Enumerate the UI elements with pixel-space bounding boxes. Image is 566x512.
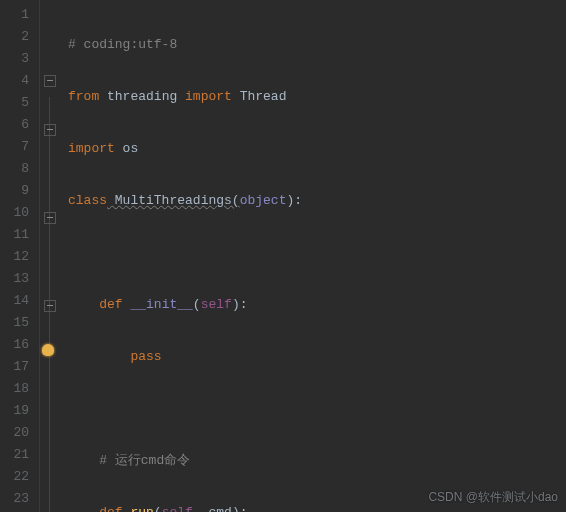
- lightbulb-icon[interactable]: [42, 344, 54, 356]
- fold-gutter: [40, 0, 60, 512]
- line-number: 15: [0, 312, 29, 334]
- line-number: 2: [0, 26, 29, 48]
- line-number: 19: [0, 400, 29, 422]
- line-number: 1: [0, 4, 29, 26]
- line-number: 11: [0, 224, 29, 246]
- line-number: 17: [0, 356, 29, 378]
- line-number: 13: [0, 268, 29, 290]
- line-number: 14: [0, 290, 29, 312]
- code-line[interactable]: import os: [68, 138, 566, 160]
- line-number: 8: [0, 158, 29, 180]
- line-number: 6: [0, 114, 29, 136]
- code-line[interactable]: [68, 242, 566, 264]
- line-number: 9: [0, 180, 29, 202]
- code-area[interactable]: # coding:utf-8 from threading import Thr…: [60, 0, 566, 512]
- fold-toggle-icon[interactable]: [44, 300, 56, 312]
- code-line[interactable]: pass: [68, 346, 566, 368]
- code-line[interactable]: class MultiThreadings(object):: [68, 190, 566, 212]
- code-editor[interactable]: 1 2 3 4 5 6 7 8 9 10 11 12 13 14 15 16 1…: [0, 0, 566, 512]
- fold-toggle-icon[interactable]: [44, 212, 56, 224]
- fold-toggle-icon[interactable]: [44, 75, 56, 87]
- code-line[interactable]: # coding:utf-8: [68, 34, 566, 56]
- line-number: 16: [0, 334, 29, 356]
- line-number: 3: [0, 48, 29, 70]
- code-line[interactable]: # 运行cmd命令: [68, 450, 566, 472]
- code-line[interactable]: def __init__(self):: [68, 294, 566, 316]
- line-number: 10: [0, 202, 29, 224]
- line-number: 23: [0, 488, 29, 510]
- line-number-gutter: 1 2 3 4 5 6 7 8 9 10 11 12 13 14 15 16 1…: [0, 0, 40, 512]
- fold-toggle-icon[interactable]: [44, 124, 56, 136]
- line-number: 18: [0, 378, 29, 400]
- line-number: 7: [0, 136, 29, 158]
- line-number: 12: [0, 246, 29, 268]
- code-line[interactable]: from threading import Thread: [68, 86, 566, 108]
- line-number: 22: [0, 466, 29, 488]
- line-number: 5: [0, 92, 29, 114]
- line-number: 4: [0, 70, 29, 92]
- line-number: 21: [0, 444, 29, 466]
- code-line[interactable]: [68, 398, 566, 420]
- line-number: 20: [0, 422, 29, 444]
- watermark-label: CSDN @软件测试小dao: [428, 489, 558, 506]
